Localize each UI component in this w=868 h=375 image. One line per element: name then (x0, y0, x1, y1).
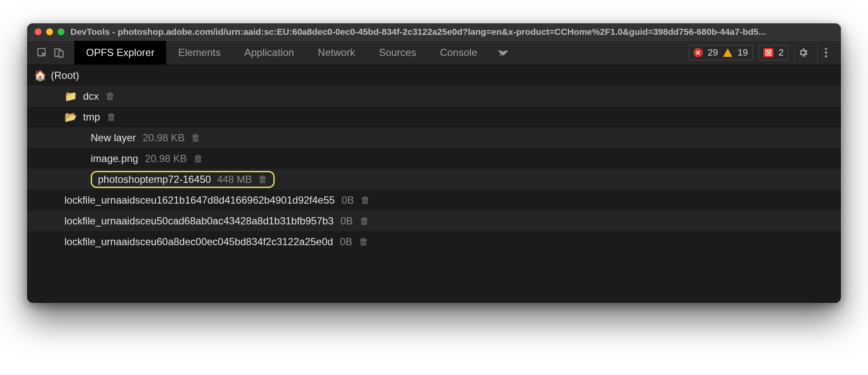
devtools-window: DevTools - photoshop.adobe.com/id/urn:aa… (27, 23, 841, 303)
warning-icon (723, 48, 732, 57)
entry-name: tmp (83, 111, 100, 123)
delete-icon[interactable]: 🗑 (194, 153, 203, 164)
more-options-icon[interactable] (817, 41, 834, 64)
delete-icon[interactable]: 🗑 (359, 236, 368, 247)
tab-application[interactable]: Application (232, 41, 306, 64)
svg-point-6 (825, 48, 827, 50)
delete-icon[interactable]: 🗑 (360, 215, 369, 227)
minimize-window-icon[interactable] (46, 28, 53, 35)
tree-row[interactable]: lockfile_urnaaidsceu60a8dec00ec045bd834f… (27, 231, 841, 252)
entry-name: New layer (91, 132, 136, 144)
inspect-element-icon[interactable] (36, 46, 48, 59)
tab-network[interactable]: Network (306, 41, 367, 64)
entry-name: photoshoptemp72-16450 (98, 174, 211, 185)
delete-icon[interactable]: 🗑 (361, 195, 370, 206)
entry-size: 0B (342, 194, 354, 206)
delete-icon[interactable]: 🗑 (258, 174, 267, 185)
issues-counter[interactable]: 2 (759, 45, 788, 60)
more-tabs-icon[interactable]: » (489, 41, 515, 64)
settings-icon[interactable] (794, 41, 811, 64)
error-count: 29 (708, 47, 718, 58)
tab-sources[interactable]: Sources (367, 41, 428, 64)
delete-icon[interactable]: 🗑 (106, 91, 115, 102)
issues-count: 2 (779, 47, 784, 58)
svg-rect-0 (38, 48, 45, 56)
tree-root[interactable]: 🏠 (Root) (27, 65, 841, 86)
tree-row[interactable]: New layer20.98 KB🗑 (27, 127, 841, 148)
titlebar: DevTools - photoshop.adobe.com/id/urn:aa… (27, 23, 841, 40)
entry-size: 0B (340, 215, 353, 227)
error-warning-counter[interactable]: ✕ 29 19 (689, 45, 753, 60)
tree-row[interactable]: photoshoptemp72-16450448 MB🗑 (27, 169, 841, 190)
tree-row[interactable]: lockfile_urnaaidsceu1621b1647d8d4166962b… (27, 190, 841, 210)
entry-name: lockfile_urnaaidsceu1621b1647d8d4166962b… (64, 194, 335, 206)
maximize-window-icon[interactable] (58, 28, 64, 35)
toolbar-left-group (27, 41, 74, 64)
delete-icon[interactable]: 🗑 (107, 112, 116, 123)
tab-opfs-explorer[interactable]: OPFS Explorer (74, 41, 166, 64)
window-controls (35, 28, 64, 35)
device-toolbar-icon[interactable] (53, 46, 65, 59)
warning-count: 19 (737, 47, 748, 58)
tree-row[interactable]: 📂tmp🗑 (27, 106, 841, 127)
tree-row[interactable]: image.png20.98 KB🗑 (27, 148, 841, 169)
root-label: (Root) (51, 70, 79, 81)
issues-icon (763, 48, 773, 57)
svg-rect-2 (59, 51, 63, 57)
svg-point-8 (825, 55, 827, 57)
tab-console[interactable]: Console (428, 41, 489, 64)
entry-size: 0B (340, 236, 352, 248)
toolbar: OPFS Explorer Elements Application Netwo… (27, 40, 841, 65)
svg-point-7 (825, 51, 827, 53)
folder-icon: 📁 (64, 90, 77, 102)
window-title: DevTools - photoshop.adobe.com/id/urn:aa… (70, 27, 766, 37)
error-icon: ✕ (693, 48, 703, 57)
tree-row[interactable]: lockfile_urnaaidsceu50cad68ab0ac43428a8d… (27, 210, 841, 231)
close-window-icon[interactable] (35, 28, 42, 35)
panel-tabs: OPFS Explorer Elements Application Netwo… (74, 41, 515, 64)
entry-size: 448 MB (217, 174, 252, 185)
entry-name: image.png (91, 153, 138, 165)
delete-icon[interactable]: 🗑 (191, 132, 200, 143)
tab-elements[interactable]: Elements (166, 41, 232, 64)
entry-size: 20.98 KB (143, 132, 185, 144)
entry-size: 20.98 KB (145, 153, 187, 165)
highlighted-entry: photoshoptemp72-16450448 MB🗑 (91, 171, 275, 188)
entry-name: lockfile_urnaaidsceu60a8dec00ec045bd834f… (64, 236, 333, 248)
opfs-tree-panel: 🏠 (Root) 📁dcx🗑📂tmp🗑New layer20.98 KB🗑ima… (27, 65, 841, 303)
entry-name: dcx (83, 90, 99, 102)
home-icon: 🏠 (34, 70, 47, 81)
entry-name: lockfile_urnaaidsceu50cad68ab0ac43428a8d… (64, 215, 334, 227)
toolbar-right-group: ✕ 29 19 2 (682, 41, 841, 64)
folder-open-icon: 📂 (64, 111, 77, 123)
tree-row[interactable]: 📁dcx🗑 (27, 86, 841, 106)
